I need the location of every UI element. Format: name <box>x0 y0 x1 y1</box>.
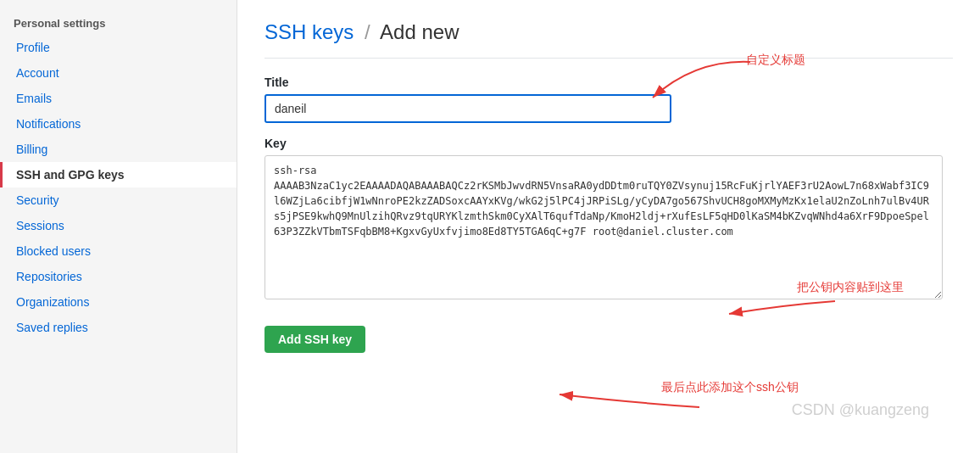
add-ssh-key-button[interactable]: Add SSH key <box>264 326 365 353</box>
sidebar-section-title: Personal settings <box>0 10 237 35</box>
annotation-title: 自定义标题 <box>746 53 805 68</box>
separator: / <box>365 20 370 43</box>
sidebar-item-account[interactable]: Account <box>0 60 237 86</box>
sidebar-item-profile[interactable]: Profile <box>0 35 237 60</box>
sidebar-item-notifications[interactable]: Notifications <box>0 111 237 137</box>
sidebar-item-repositories[interactable]: Repositories <box>0 264 237 289</box>
arrow-button <box>534 369 704 420</box>
arrow-title <box>619 47 754 115</box>
sidebar-item-ssh-and-gpg-keys[interactable]: SSH and GPG keys <box>0 162 237 187</box>
sidebar-item-saved-replies[interactable]: Saved replies <box>0 315 237 340</box>
breadcrumb-link[interactable]: SSH keys <box>264 20 354 43</box>
main-content: SSH keys / Add new Title Key Add SSH key… <box>237 0 980 453</box>
sidebar-item-security[interactable]: Security <box>0 187 237 213</box>
sidebar-item-emails[interactable]: Emails <box>0 86 237 111</box>
sidebar-item-sessions[interactable]: Sessions <box>0 213 237 238</box>
watermark: CSDN @kuangzeng <box>792 401 929 419</box>
sidebar-item-organizations[interactable]: Organizations <box>0 289 237 315</box>
sidebar: Personal settings ProfileAccountEmailsNo… <box>0 0 237 453</box>
page-title: Add new <box>380 20 459 43</box>
title-label: Title <box>264 76 953 89</box>
arrow-key <box>687 246 839 322</box>
title-input[interactable] <box>264 94 671 123</box>
key-label: Key <box>264 137 953 150</box>
key-textarea[interactable] <box>264 155 943 299</box>
sidebar-item-blocked-users[interactable]: Blocked users <box>0 238 237 264</box>
page-header: SSH keys / Add new <box>264 20 953 59</box>
sidebar-item-billing[interactable]: Billing <box>0 137 237 162</box>
title-form-group: Title <box>264 76 953 123</box>
key-form-group: Key <box>264 137 953 302</box>
